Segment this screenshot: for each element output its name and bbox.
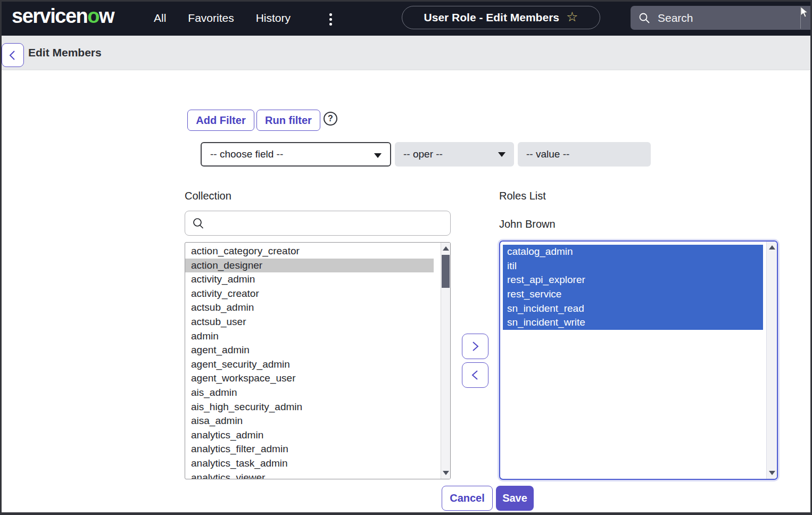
add-filter-button[interactable]: Add Filter [187, 110, 254, 131]
user-name: John Brown [499, 218, 556, 230]
value-field-text: -- value -- [526, 148, 569, 160]
scroll-down-arrow[interactable] [441, 468, 450, 478]
list-item[interactable]: activity_creator [185, 287, 441, 301]
roles-selected-items: catalog_adminitilrest_api_explorerrest_s… [503, 245, 763, 330]
list-item[interactable]: agent_admin [185, 343, 441, 358]
page-header: Edit Members [0, 36, 812, 70]
list-item[interactable]: action_category_creator [185, 244, 441, 259]
logo-text-end: w [99, 5, 114, 27]
nav-item-history[interactable]: History [256, 12, 291, 24]
scroll-up-arrow[interactable] [767, 243, 777, 252]
list-item[interactable]: sn_incident_write [503, 315, 763, 330]
list-item[interactable]: agent_workspace_user [185, 371, 441, 386]
search-icon [638, 12, 651, 24]
collection-listbox[interactable]: action_category_creatoraction_designerac… [185, 242, 451, 479]
cancel-button[interactable]: Cancel [442, 486, 493, 511]
page-title: Edit Members [28, 36, 102, 70]
roles-list-label: Roles List [499, 190, 546, 202]
servicenow-logo[interactable]: servicenow [12, 5, 114, 28]
top-nav-bar: servicenow All Favorites History User Ro… [0, 0, 812, 36]
move-left-button[interactable] [462, 362, 488, 388]
favorite-star-icon[interactable]: ☆ [566, 10, 578, 25]
global-search[interactable] [631, 6, 812, 30]
list-item[interactable]: rest_api_explorer [503, 273, 763, 287]
chevron-left-icon [7, 49, 18, 61]
list-item[interactable]: sn_incident_read [503, 302, 763, 316]
collection-label: Collection [185, 190, 231, 202]
list-item[interactable]: agent_security_admin [185, 358, 441, 372]
run-filter-button[interactable]: Run filter [256, 110, 320, 131]
help-icon[interactable]: ? [324, 112, 337, 126]
mouse-cursor [800, 6, 809, 18]
logo-accent-letter: o [87, 5, 99, 27]
nav-item-all[interactable]: All [154, 12, 166, 24]
collection-items: action_category_creatoraction_designerac… [185, 244, 441, 479]
list-item[interactable]: analytics_task_admin [185, 456, 441, 471]
roles-scrollbar[interactable] [766, 242, 777, 479]
value-field[interactable]: -- value -- [518, 142, 651, 167]
operator-select[interactable]: -- oper -- [395, 142, 514, 167]
list-item[interactable]: analytics_viewer [185, 471, 441, 479]
list-item[interactable]: ais_admin [185, 386, 441, 400]
collection-search-input[interactable] [210, 218, 434, 229]
choose-field-select[interactable]: -- choose field -- [201, 142, 391, 167]
primary-nav: All Favorites History [154, 0, 291, 36]
list-item[interactable]: analytics_filter_admin [185, 442, 441, 456]
list-item[interactable]: actsub_admin [185, 301, 441, 315]
collection-search[interactable] [185, 211, 451, 236]
chevron-down-icon [374, 153, 382, 158]
global-search-input[interactable] [658, 12, 769, 24]
list-item[interactable]: admin [185, 329, 441, 344]
scroll-up-arrow[interactable] [441, 244, 450, 253]
context-pill-title: User Role - Edit Members [424, 11, 559, 24]
scrollbar-thumb[interactable] [442, 255, 450, 288]
list-item[interactable]: catalog_admin [503, 245, 763, 259]
more-menu-icon[interactable] [328, 12, 333, 27]
page-context-pill[interactable]: User Role - Edit Members ☆ [402, 6, 600, 29]
nav-item-favorites[interactable]: Favorites [188, 12, 234, 24]
list-item[interactable]: actsub_user [185, 315, 441, 329]
collection-scrollbar[interactable] [441, 243, 450, 479]
choose-field-value: -- choose field -- [210, 148, 283, 160]
save-button[interactable]: Save [496, 486, 534, 511]
back-button[interactable] [2, 43, 24, 67]
list-item[interactable]: rest_service [503, 287, 763, 302]
chevron-down-icon [498, 152, 506, 157]
list-item[interactable]: action_designer [185, 259, 434, 273]
list-item[interactable]: itil [503, 259, 763, 273]
chevron-left-icon [469, 369, 481, 381]
search-icon [192, 217, 205, 230]
list-item[interactable]: activity_admin [185, 272, 441, 287]
list-item[interactable]: analytics_admin [185, 428, 441, 443]
logo-text: servicen [12, 5, 87, 27]
operator-value: -- oper -- [403, 148, 443, 160]
app-window: servicenow All Favorites History User Ro… [0, 0, 812, 515]
roles-listbox[interactable]: catalog_adminitilrest_api_explorerrest_s… [499, 240, 778, 480]
scroll-down-arrow[interactable] [767, 468, 777, 478]
list-item[interactable]: ais_high_security_admin [185, 400, 441, 414]
move-right-button[interactable] [462, 334, 488, 359]
chevron-right-icon [469, 340, 481, 353]
list-item[interactable]: aisa_admin [185, 414, 441, 428]
